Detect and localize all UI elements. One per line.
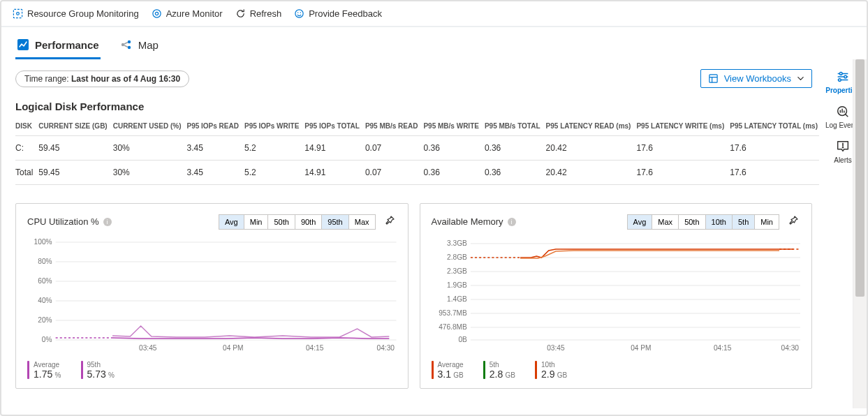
legend-swatch: [27, 361, 29, 379]
disk-table: DISK CURRENT SIZE (GB) CURRENT USED (%) …: [15, 118, 819, 185]
svg-point-8: [122, 43, 124, 46]
disk-cell: 59.45: [38, 161, 112, 185]
mem-p10-button[interactable]: 10th: [706, 215, 733, 229]
legend-swatch: [535, 361, 537, 379]
time-range-pill[interactable]: Time range: Last hour as of 4 Aug 16:30: [15, 70, 189, 87]
cpu-p90-button[interactable]: 90th: [295, 215, 322, 229]
disk-header: P95 LATENCY WRITE (ms): [636, 118, 730, 136]
disk-row[interactable]: C:59.4530%3.455.214.910.070.360.3620.421…: [15, 136, 819, 161]
disk-cell: 17.6: [730, 136, 819, 161]
legend-label: Average: [438, 361, 464, 369]
mem-p50-button[interactable]: 50th: [679, 215, 705, 229]
disk-section-title: Logical Disk Performance: [15, 101, 812, 112]
svg-point-6: [300, 12, 302, 13]
cpu-chart-title: CPU Utilization % i: [27, 216, 112, 227]
scope-icon: [13, 8, 23, 19]
mem-avg-button[interactable]: Avg: [628, 215, 653, 229]
svg-text:04 PM: 04 PM: [631, 344, 651, 352]
memory-legend: Average 3.1 GB 5th 2.8 GB: [432, 361, 801, 380]
disk-cell: C:: [15, 136, 38, 161]
disk-cell: 0.07: [365, 136, 424, 161]
disk-cell: 0.36: [485, 161, 546, 185]
refresh-button[interactable]: Refresh: [235, 8, 282, 19]
rail-alerts[interactable]: Alerts: [834, 139, 852, 164]
disk-header: P95 MB/s TOTAL: [485, 118, 546, 136]
svg-point-3: [155, 12, 158, 15]
scrollbar-thumb[interactable]: [855, 59, 865, 297]
cpu-p50-button[interactable]: 50th: [268, 215, 295, 229]
refresh-icon: [235, 8, 246, 19]
tab-performance[interactable]: Performance: [15, 34, 101, 58]
disk-cell: 14.91: [304, 161, 365, 185]
svg-text:60%: 60%: [38, 277, 52, 285]
svg-text:04 PM: 04 PM: [223, 344, 243, 352]
cpu-legend: Average 1.75 % 95th 5.73 %: [27, 361, 397, 380]
mem-min-button[interactable]: Min: [755, 215, 779, 229]
legend-item: Average 1.75 %: [27, 361, 61, 380]
cpu-p95-button[interactable]: 95th: [322, 215, 348, 229]
cpu-max-button[interactable]: Max: [349, 215, 375, 229]
disk-header: P95 IOPs READ: [186, 118, 244, 136]
legend-value: 1.75: [34, 369, 52, 380]
svg-point-52: [842, 147, 844, 148]
legend-item: 5th 2.8 GB: [483, 361, 515, 380]
workbook-icon: [708, 73, 719, 84]
resource-group-monitoring-button[interactable]: Resource Group Monitoring: [13, 8, 139, 19]
feedback-button[interactable]: Provide Feedback: [294, 8, 382, 19]
disk-header: P95 MB/s WRITE: [423, 118, 484, 136]
disk-cell: 0.36: [423, 161, 484, 185]
cpu-chart[interactable]: 100% 80% 60% 40% 20% 0%: [27, 235, 397, 354]
cpu-min-button[interactable]: Min: [244, 215, 269, 229]
info-icon[interactable]: i: [103, 218, 112, 226]
azure-monitor-label: Azure Monitor: [166, 8, 223, 19]
memory-chart-card: Available Memory i Avg Max 50th 10th 5th…: [420, 203, 813, 389]
disk-row[interactable]: Total59.4530%3.455.214.910.070.360.3620.…: [15, 161, 819, 185]
tab-map[interactable]: Map: [119, 34, 160, 58]
info-icon[interactable]: i: [508, 218, 516, 226]
legend-unit: GB: [557, 371, 567, 379]
mem-max-button[interactable]: Max: [652, 215, 679, 229]
content-wrap: Time range: Last hour as of 4 Aug 16:30 …: [1, 59, 867, 408]
view-workbooks-button[interactable]: View Workbooks: [700, 69, 812, 88]
disk-cell: 17.6: [730, 161, 819, 185]
tab-map-label: Map: [138, 39, 159, 51]
tab-strip: Performance Map: [1, 27, 867, 59]
svg-text:0%: 0%: [42, 336, 52, 343]
charts-row: CPU Utilization % i Avg Min 50th 90th 95…: [15, 203, 812, 389]
svg-point-4: [295, 10, 303, 17]
cpu-chart-card: CPU Utilization % i Avg Min 50th 90th 95…: [15, 203, 409, 389]
disk-cell: 59.45: [38, 136, 112, 161]
mem-p5-button[interactable]: 5th: [733, 215, 755, 229]
memory-chart[interactable]: 3.3GB 2.8GB 2.3GB 1.9GB 1.4GB 953.7MB 47…: [432, 235, 801, 354]
disk-cell: 30%: [113, 161, 187, 185]
disk-cell: 5.2: [244, 161, 304, 185]
legend-item: 95th 5.73 %: [81, 361, 115, 380]
disk-cell: 3.45: [186, 161, 244, 185]
memory-pin-button[interactable]: [786, 214, 800, 230]
svg-text:953.7MB: 953.7MB: [439, 309, 467, 317]
disk-cell: 17.6: [636, 161, 730, 185]
target-icon: [152, 8, 162, 19]
svg-text:80%: 80%: [38, 258, 52, 265]
svg-point-10: [128, 46, 131, 49]
disk-cell: 30%: [113, 136, 187, 161]
cpu-avg-button[interactable]: Avg: [219, 215, 244, 229]
disk-cell: 3.45: [186, 136, 244, 161]
memory-aggregate-selector: Avg Max 50th 10th 5th Min: [627, 214, 779, 230]
disk-cell: 20.42: [546, 136, 637, 161]
disk-cell: 0.36: [423, 136, 484, 161]
disk-header: P95 LATENCY TOTAL (ms): [730, 118, 819, 136]
svg-text:0B: 0B: [458, 336, 467, 343]
command-bar: Resource Group Monitoring Azure Monitor …: [1, 1, 867, 27]
svg-text:100%: 100%: [34, 238, 52, 246]
disk-header: P95 LATENCY READ (ms): [546, 118, 637, 136]
legend-label: 5th: [490, 361, 515, 369]
map-icon: [120, 38, 133, 51]
disk-header: CURRENT SIZE (GB): [38, 118, 112, 136]
cpu-pin-button[interactable]: [383, 214, 397, 230]
disk-header: P95 IOPs WRITE: [244, 118, 304, 136]
azure-monitor-button[interactable]: Azure Monitor: [152, 8, 223, 19]
svg-rect-0: [13, 9, 22, 17]
vertical-scrollbar[interactable]: [853, 59, 867, 408]
legend-unit: %: [55, 371, 61, 379]
